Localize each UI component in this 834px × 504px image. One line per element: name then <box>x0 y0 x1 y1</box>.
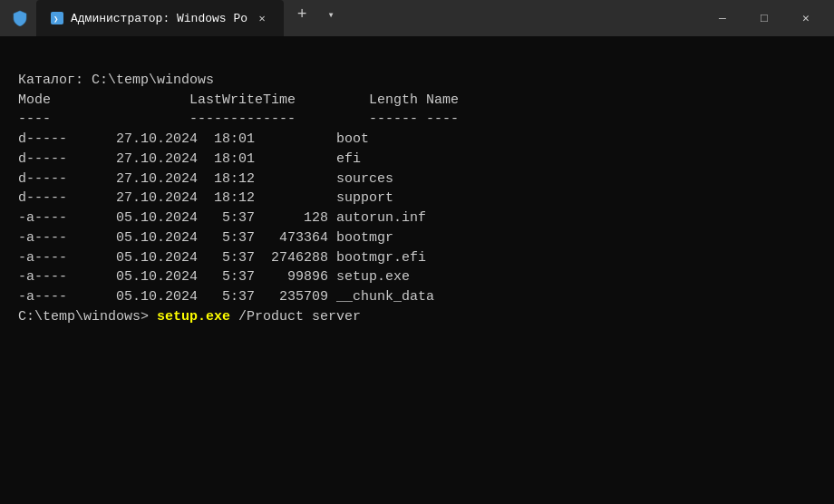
window-controls: — □ ✕ <box>702 0 827 36</box>
tab-label: Администратор: Windows Po <box>71 12 247 25</box>
command-args: /Product server <box>230 309 361 325</box>
command-prompt-line[interactable]: C:\temp\windows> setup.exe /Product serv… <box>18 307 816 327</box>
maximize-button[interactable]: □ <box>743 0 785 36</box>
tab-area: ❯ Администратор: Windows Po ✕ + ▾ <box>36 0 702 36</box>
table-row: -a---- 05.10.2024 5:37 235709 __chunk_da… <box>18 287 816 307</box>
new-tab-button[interactable]: + <box>287 0 316 29</box>
minimize-button[interactable]: — <box>702 0 743 36</box>
shield-icon <box>7 5 33 31</box>
close-button[interactable]: ✕ <box>785 0 827 36</box>
terminal-window[interactable]: Каталог: C:\temp\windowsMode LastWriteTi… <box>0 36 834 504</box>
command-exe: setup.exe <box>157 309 230 325</box>
titlebar: ❯ Администратор: Windows Po ✕ + ▾ — □ ✕ <box>0 0 834 36</box>
svg-text:❯: ❯ <box>53 15 58 24</box>
tab-close-button[interactable]: ✕ <box>255 11 269 25</box>
table-row: -a---- 05.10.2024 5:37 2746288 bootmgr.e… <box>18 248 816 268</box>
table-row: -a---- 05.10.2024 5:37 128 autorun.inf <box>18 208 816 228</box>
table-row: -a---- 05.10.2024 5:37 99896 setup.exe <box>18 267 816 287</box>
tab-dropdown-button[interactable]: ▾ <box>316 0 345 29</box>
table-row: d----- 27.10.2024 18:12 support <box>18 189 816 208</box>
table-row: d----- 27.10.2024 18:12 sources <box>18 170 816 189</box>
table-separator: ---- ------------- ------ ---- <box>18 110 816 130</box>
table-row: d----- 27.10.2024 18:01 boot <box>18 130 816 150</box>
table-header: Mode LastWriteTime Length Name <box>18 91 816 111</box>
prompt-path: C:\temp\windows> <box>18 309 157 325</box>
table-row: d----- 27.10.2024 18:01 efi <box>18 150 816 170</box>
table-row: -a---- 05.10.2024 5:37 473364 bootmgr <box>18 228 816 248</box>
directory-line: Каталог: C:\temp\windows <box>18 71 816 91</box>
powershell-tab-icon: ❯ <box>51 12 63 24</box>
tab-powershell[interactable]: ❯ Администратор: Windows Po ✕ <box>36 0 284 36</box>
